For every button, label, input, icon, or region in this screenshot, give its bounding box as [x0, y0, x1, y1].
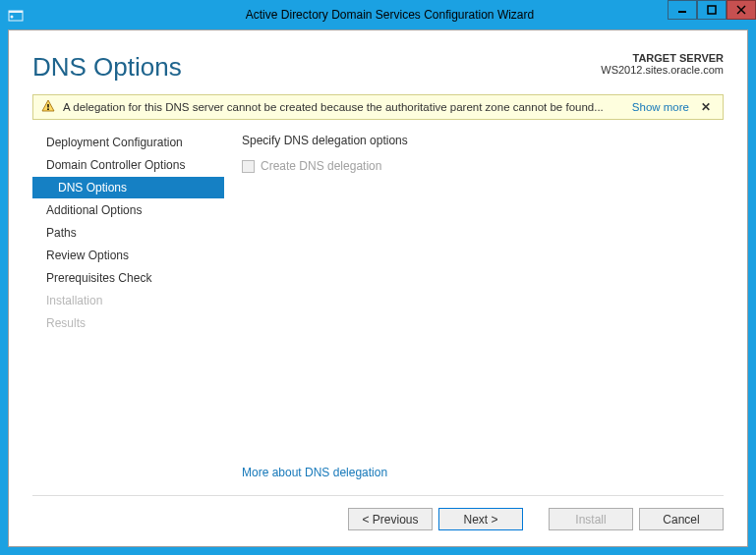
sidebar-item-dns-options[interactable]: DNS Options	[32, 177, 224, 198]
sidebar-item-domain-controller-options[interactable]: Domain Controller Options	[32, 154, 224, 176]
sidebar-item-prerequisites-check[interactable]: Prerequisites Check	[32, 267, 224, 289]
warning-icon	[41, 99, 55, 115]
create-dns-delegation-label: Create DNS delegation	[261, 159, 381, 173]
sidebar-item-installation: Installation	[32, 290, 224, 311]
show-more-link[interactable]: Show more	[632, 101, 689, 113]
footer: < Previous Next > Install Cancel	[9, 498, 747, 546]
create-dns-delegation-row: Create DNS delegation	[242, 159, 724, 173]
app-icon	[8, 8, 24, 22]
svg-point-8	[47, 108, 49, 110]
target-server-label: TARGET SERVER	[601, 52, 724, 64]
svg-rect-4	[708, 6, 716, 14]
svg-point-2	[11, 16, 14, 19]
client-area: DNS Options TARGET SERVER WS2012.sites.o…	[8, 29, 748, 547]
sidebar-item-additional-options[interactable]: Additional Options	[32, 199, 224, 221]
body: Deployment Configuration Domain Controll…	[9, 128, 747, 495]
install-button: Install	[549, 508, 633, 530]
warning-bar: A delegation for this DNS server cannot …	[32, 94, 724, 120]
footer-separator	[32, 495, 724, 496]
titlebar: Active Directory Domain Services Configu…	[0, 0, 756, 29]
more-about-link[interactable]: More about DNS delegation	[242, 466, 724, 495]
minimize-button[interactable]	[668, 0, 697, 20]
spacer	[242, 173, 724, 466]
next-button[interactable]: Next >	[438, 508, 523, 530]
sidebar-item-paths[interactable]: Paths	[32, 222, 224, 244]
target-server-info: TARGET SERVER WS2012.sites.oracle.com	[601, 52, 724, 76]
window-title: Active Directory Domain Services Configu…	[24, 8, 756, 22]
sidebar: Deployment Configuration Domain Controll…	[32, 128, 224, 495]
sidebar-item-deployment-configuration[interactable]: Deployment Configuration	[32, 132, 224, 153]
window-controls	[668, 0, 756, 20]
target-server-value: WS2012.sites.oracle.com	[601, 64, 724, 76]
create-dns-delegation-checkbox	[242, 160, 255, 173]
warning-text: A delegation for this DNS server cannot …	[63, 101, 624, 113]
svg-rect-1	[9, 11, 23, 13]
main-heading: Specify DNS delegation options	[242, 134, 724, 147]
previous-button[interactable]: < Previous	[348, 508, 433, 530]
main-panel: Specify DNS delegation options Create DN…	[224, 128, 724, 495]
dismiss-warning-button[interactable]: ✕	[697, 100, 715, 114]
close-button[interactable]	[727, 0, 756, 20]
header: DNS Options TARGET SERVER WS2012.sites.o…	[9, 30, 747, 94]
wizard-window: Active Directory Domain Services Configu…	[0, 0, 756, 555]
sidebar-item-results: Results	[32, 312, 224, 334]
page-title: DNS Options	[32, 52, 182, 83]
cancel-button[interactable]: Cancel	[639, 508, 724, 530]
maximize-button[interactable]	[697, 0, 727, 20]
button-gap	[529, 508, 543, 530]
sidebar-item-review-options[interactable]: Review Options	[32, 245, 224, 266]
